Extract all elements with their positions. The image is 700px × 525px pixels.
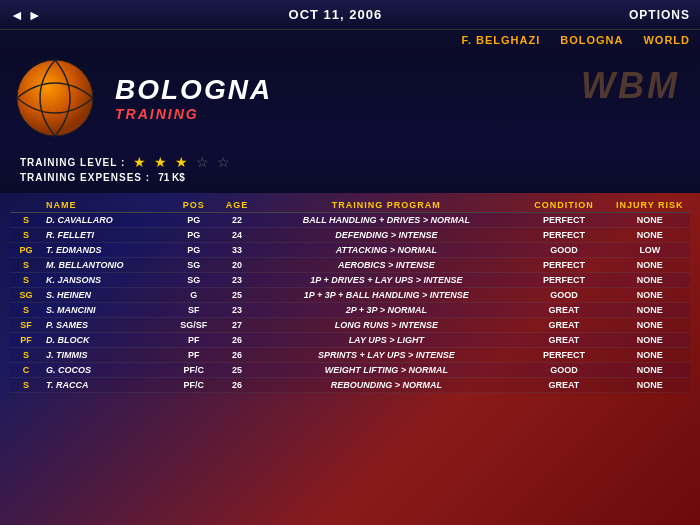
cell-program: LONG RUNS > INTENSE	[255, 318, 519, 333]
cell-name: T. EDMANDS	[42, 243, 168, 258]
cell-age: 23	[220, 303, 255, 318]
cell-name: S. HEINEN	[42, 288, 168, 303]
cell-pos: PF/C	[168, 378, 220, 393]
cell-condition: PERFECT	[518, 228, 610, 243]
cell-program: LAY UPS > LIGHT	[255, 333, 519, 348]
table-row[interactable]: ST. RACCAPF/C26REBOUNDING > NORMALGREATN…	[10, 378, 690, 393]
star-1: ★	[133, 154, 146, 170]
date-display: OCT 11, 2006	[289, 7, 383, 22]
svg-point-0	[17, 60, 93, 136]
nav-fwd[interactable]: ►	[28, 7, 42, 23]
cell-program: 1P + DRIVES + LAY UPS > INTENSE	[255, 273, 519, 288]
table-row[interactable]: SR. FELLETIPG24DEFENDING > INTENSEPERFEC…	[10, 228, 690, 243]
cell-role: C	[10, 363, 42, 378]
team-info: BOLOGNA TRAINING	[115, 74, 272, 122]
cell-pos: SF	[168, 303, 220, 318]
cell-name: S. MANCINI	[42, 303, 168, 318]
cell-pos: PG	[168, 228, 220, 243]
cell-role: S	[10, 303, 42, 318]
cell-role: PG	[10, 243, 42, 258]
cell-role: S	[10, 213, 42, 228]
player-table: NAME POS AGE TRAINING PROGRAM CONDITION …	[10, 198, 690, 393]
training-expenses-label: TRAINING EXPENSES :	[20, 172, 150, 183]
options-button[interactable]: OPTIONS	[629, 8, 690, 22]
cell-program: WEIGHT LIFTING > NORMAL	[255, 363, 519, 378]
cell-age: 27	[220, 318, 255, 333]
cell-pos: PG	[168, 243, 220, 258]
cell-pos: PF	[168, 348, 220, 363]
cell-age: 26	[220, 348, 255, 363]
cell-condition: GREAT	[518, 378, 610, 393]
table-header-row: NAME POS AGE TRAINING PROGRAM CONDITION …	[10, 198, 690, 213]
cell-injury: NONE	[610, 378, 690, 393]
cell-injury: NONE	[610, 363, 690, 378]
cell-role: S	[10, 258, 42, 273]
cell-program: REBOUNDING > NORMAL	[255, 378, 519, 393]
wbm-logo: WBM	[581, 65, 680, 107]
cell-role: S	[10, 273, 42, 288]
breadcrumb-bologna[interactable]: BOLOGNA	[560, 34, 623, 46]
training-expenses-value: 71 K$	[158, 172, 185, 183]
cell-pos: SG	[168, 258, 220, 273]
col-header-program: TRAINING PROGRAM	[255, 198, 519, 213]
cell-age: 25	[220, 288, 255, 303]
cell-age: 33	[220, 243, 255, 258]
cell-program: BALL HANDLING + DRIVES > NORMAL	[255, 213, 519, 228]
nav-arrows[interactable]: ◄ ►	[10, 7, 42, 23]
col-header-age: AGE	[220, 198, 255, 213]
cell-name: D. CAVALLARO	[42, 213, 168, 228]
cell-name: P. SAMES	[42, 318, 168, 333]
cell-injury: NONE	[610, 273, 690, 288]
cell-condition: GOOD	[518, 363, 610, 378]
cell-injury: NONE	[610, 258, 690, 273]
top-bar: ◄ ► OCT 11, 2006 OPTIONS	[0, 0, 700, 30]
cell-name: M. BELLANTONIO	[42, 258, 168, 273]
cell-program: DEFENDING > INTENSE	[255, 228, 519, 243]
col-header-name: NAME	[42, 198, 168, 213]
nav-back[interactable]: ◄	[10, 7, 24, 23]
table-row[interactable]: SJ. TIMMISPF26SPRINTS + LAY UPS > INTENS…	[10, 348, 690, 363]
table-row[interactable]: SK. JANSONSSG231P + DRIVES + LAY UPS > I…	[10, 273, 690, 288]
table-row[interactable]: PFD. BLOCKPF26LAY UPS > LIGHTGREATNONE	[10, 333, 690, 348]
table-row[interactable]: SGS. HEINENG251P + 3P + BALL HANDLING > …	[10, 288, 690, 303]
cell-condition: GREAT	[518, 303, 610, 318]
cell-condition: PERFECT	[518, 258, 610, 273]
cell-condition: GREAT	[518, 333, 610, 348]
cell-name: T. RACCA	[42, 378, 168, 393]
cell-condition: GOOD	[518, 288, 610, 303]
cell-age: 26	[220, 333, 255, 348]
cell-pos: PF	[168, 333, 220, 348]
table-row[interactable]: SFP. SAMESSG/SF27LONG RUNS > INTENSEGREA…	[10, 318, 690, 333]
cell-injury: NONE	[610, 318, 690, 333]
cell-age: 26	[220, 378, 255, 393]
cell-role: S	[10, 228, 42, 243]
cell-age: 24	[220, 228, 255, 243]
training-level-row: TRAINING LEVEL : ★ ★ ★ ☆ ☆	[20, 154, 680, 170]
cell-condition: GREAT	[518, 318, 610, 333]
table-row[interactable]: SM. BELLANTONIOSG20AEROBICS > INTENSEPER…	[10, 258, 690, 273]
cell-program: 2P + 3P > NORMAL	[255, 303, 519, 318]
col-header-injury: INJURY RISK	[610, 198, 690, 213]
star-3: ★	[175, 154, 188, 170]
breadcrumb-fbelghazi[interactable]: F. BELGHAZI	[461, 34, 540, 46]
col-header-condition: CONDITION	[518, 198, 610, 213]
breadcrumb: F. BELGHAZI BOLOGNA WorLd	[0, 30, 700, 50]
table-row[interactable]: CG. COCOSPF/C25WEIGHT LIFTING > NORMALGO…	[10, 363, 690, 378]
cell-condition: PERFECT	[518, 273, 610, 288]
breadcrumb-world[interactable]: WorLd	[643, 34, 690, 46]
cell-age: 23	[220, 273, 255, 288]
cell-injury: LOW	[610, 243, 690, 258]
team-name: BOLOGNA	[115, 74, 272, 106]
cell-name: K. JANSONS	[42, 273, 168, 288]
table-row[interactable]: PGT. EDMANDSPG33ATTACKING > NORMALGOODLO…	[10, 243, 690, 258]
table-row[interactable]: SD. CAVALLAROPG22BALL HANDLING + DRIVES …	[10, 213, 690, 228]
star-4: ☆	[196, 154, 209, 170]
table-row[interactable]: SS. MANCINISF232P + 3P > NORMALGREATNONE	[10, 303, 690, 318]
cell-pos: SG/SF	[168, 318, 220, 333]
cell-injury: NONE	[610, 288, 690, 303]
cell-program: ATTACKING > NORMAL	[255, 243, 519, 258]
cell-program: 1P + 3P + BALL HANDLING > INTENSE	[255, 288, 519, 303]
cell-injury: NONE	[610, 348, 690, 363]
cell-pos: PF/C	[168, 363, 220, 378]
cell-program: SPRINTS + LAY UPS > INTENSE	[255, 348, 519, 363]
